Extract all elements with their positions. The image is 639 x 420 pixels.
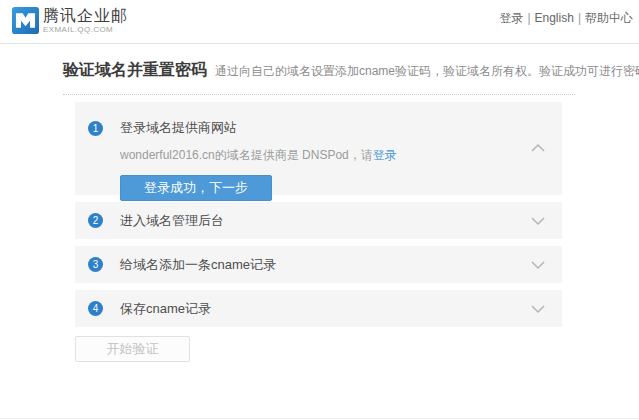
step-1-description-text: wonderful2016.cn的域名提供商是 DNSPod，请 <box>120 148 373 162</box>
top-header-bar: 腾讯企业邮 EXMAIL.QQ.COM 登录|English|帮助中心 <box>0 0 639 44</box>
main-content: 验证域名并重置密码 通过向自己的域名设置添加cname验证码，验证域名所有权。验… <box>0 60 639 362</box>
step-3-chevron[interactable] <box>530 260 546 270</box>
step-1-header[interactable]: 1 登录域名提供商网站 <box>88 119 546 137</box>
english-link[interactable]: English <box>535 11 574 25</box>
step-4-number-badge: 4 <box>88 301 103 316</box>
step-panel-3[interactable]: 3 给域名添加一条cname记录 <box>75 246 562 283</box>
step-2-title: 进入域名管理后台 <box>120 212 224 230</box>
step-3-title: 给域名添加一条cname记录 <box>120 256 276 274</box>
start-verification-button[interactable]: 开始验证 <box>75 336 190 362</box>
step-1-description: wonderful2016.cn的域名提供商是 DNSPod，请登录 <box>120 147 546 164</box>
help-center-link[interactable]: 帮助中心 <box>585 11 633 25</box>
brand-domain: EXMAIL.QQ.COM <box>43 25 128 34</box>
page-subtitle: 通过向自己的域名设置添加cname验证码，验证域名所有权。验证成功可进行密码设置 <box>215 63 639 80</box>
exmail-m-logo-icon <box>12 7 39 34</box>
step-4-chevron[interactable] <box>530 304 546 314</box>
dnspod-login-link[interactable]: 登录 <box>373 148 397 162</box>
step-1-chevron[interactable] <box>530 143 546 153</box>
login-success-next-button[interactable]: 登录成功，下一步 <box>120 175 272 201</box>
footer-divider <box>0 418 639 419</box>
step-panel-4[interactable]: 4 保存cname记录 <box>75 290 562 327</box>
step-panel-1: 1 登录域名提供商网站 wonderful2016.cn的域名提供商是 DNSP… <box>75 102 562 195</box>
chevron-down-icon <box>530 304 546 314</box>
top-nav: 登录|English|帮助中心 <box>499 10 633 27</box>
steps-accordion: 1 登录域名提供商网站 wonderful2016.cn的域名提供商是 DNSP… <box>75 102 562 327</box>
step-3-number-badge: 3 <box>88 257 103 272</box>
step-2-number-badge: 2 <box>88 213 103 228</box>
login-link[interactable]: 登录 <box>499 11 523 25</box>
chevron-down-icon <box>530 260 546 270</box>
nav-separator: | <box>578 11 581 25</box>
step-panel-2[interactable]: 2 进入域名管理后台 <box>75 202 562 239</box>
step-1-number-badge: 1 <box>88 121 103 136</box>
page-head: 验证域名并重置密码 通过向自己的域名设置添加cname验证码，验证域名所有权。验… <box>63 60 575 95</box>
step-2-chevron[interactable] <box>530 216 546 226</box>
step-1-title: 登录域名提供商网站 <box>120 119 237 137</box>
step-4-title: 保存cname记录 <box>120 300 211 318</box>
page-title: 验证域名并重置密码 <box>63 60 207 81</box>
exmail-logo[interactable]: 腾讯企业邮 EXMAIL.QQ.COM <box>12 7 128 34</box>
nav-separator: | <box>527 11 530 25</box>
chevron-up-icon <box>530 143 546 153</box>
chevron-down-icon <box>530 216 546 226</box>
brand-name: 腾讯企业邮 <box>43 7 128 25</box>
